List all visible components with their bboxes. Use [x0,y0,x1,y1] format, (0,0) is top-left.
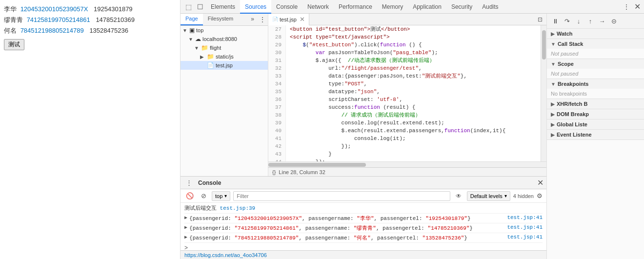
pause-resume-button[interactable]: ⏸ [550,16,561,26]
clear-console-icon[interactable]: 🚫 [184,191,195,201]
debugger-breakpoints-header[interactable]: ▼ Breakpoints [547,79,644,89]
console-filter-icon[interactable]: ⊘ [198,191,209,201]
code-line-35: 35 datatype:"json", [268,88,541,96]
expand-icon[interactable]: ▶ [184,215,187,220]
passenger-id-3: 784512198805214789 [20,27,84,34]
console-link-2[interactable]: test.jsp:41 [507,215,543,220]
cursor-icon: {} [272,169,276,175]
tab-security[interactable]: Security [446,0,477,14]
test-button[interactable]: 测试 [4,39,24,50]
console-object-3: {passengerid: "784512198805214789", pass… [189,234,507,241]
passenger-row: 何名 784512198805214789 13528475236 [4,25,176,36]
tree-item-localhost[interactable]: ▼ ☁ localhost:8080 [181,35,268,43]
expand-icon[interactable]: ▶ [184,224,187,230]
step-out-button[interactable]: ↑ [585,16,596,26]
editor-tab-test-jsp[interactable]: 📄 test.jsp ✕ [268,14,309,25]
debugger-panel: ⏸ ↷ ↓ ↑ → ⊝ ▶ Watch ▼ Call Stack [546,14,644,259]
console-eye-icon[interactable]: 👁 [453,191,464,201]
debugger-callstack-section: ▼ Call Stack Not paused [547,39,644,59]
horizontal-scrollbar[interactable] [268,161,546,167]
expand-icon[interactable]: ▶ [184,234,187,240]
close-console-icon[interactable]: ✕ [537,179,543,187]
left-panel: 李华 120453200105239057X 19254301879 缪青青 7… [0,0,181,259]
vertical-scrollbar[interactable] [541,25,546,161]
tree-item-top[interactable]: ▼ ▣ top [181,26,268,35]
chevron-down-icon: ▾ [224,193,227,199]
tab-network[interactable]: Network [302,0,334,14]
tab-application[interactable]: Application [408,0,446,14]
device-icon[interactable]: ☐ [194,1,206,13]
console-title: Console [198,179,221,186]
chevron-down-icon: ▼ [551,81,556,87]
tab-filesystem[interactable]: Filesystem [203,14,239,25]
debugger-callstack-header[interactable]: ▼ Call Stack [547,39,644,49]
passenger-name-1: 李华 [4,5,17,13]
tree-item-static-js[interactable]: ▶ 📁 static/js [181,52,268,61]
tab-sources[interactable]: Sources [240,0,271,14]
code-line-29: 29 $("#test_button").click(function () { [268,41,541,49]
more-tabs-icon[interactable]: ⋮ [621,1,632,13]
console-settings-icon[interactable]: ⚙ [537,192,543,199]
code-scroll-inner[interactable]: 27 <button id="test_button">测试</button> … [268,25,541,161]
passenger-list: 李华 120453200105239057X 19254301879 缪青青 7… [4,4,176,36]
debugger-dom-label: DOM Breakp [557,111,589,117]
more-tabs-icon[interactable]: » [248,14,257,25]
console-context-select[interactable]: top ▾ [212,191,230,201]
tree-item-test-jsp[interactable]: ▶ 📄 test.jsp [181,61,268,70]
console-body[interactable]: 测试后端交互 test.jsp:39 ▶ {passengerid: "1204… [181,203,546,250]
code-area[interactable]: 27 <button id="test_button">测试</button> … [268,25,541,161]
tab-audits[interactable]: Audits [477,0,503,14]
inspect-icon[interactable]: ⬚ [182,1,194,13]
debugger-scope-content: Not paused [547,69,644,79]
statusbar-position: Line 28, Column 32 [279,169,325,175]
debugger-watch-label: Watch [557,31,573,37]
console-toolbar: 🚫 ⊘ top ▾ 👁 Default levels ▾ 4 hidden ⚙ [181,189,546,203]
step-button[interactable]: → [597,16,607,26]
console-filter-input[interactable] [233,191,450,201]
step-over-button[interactable]: ↷ [562,16,572,26]
code-line-31: 31 $.ajax({ //动态请求数据（测试前端传后端） [268,57,541,64]
tab-memory[interactable]: Memory [377,0,408,14]
debugger-xhr-header[interactable]: ▶ XHR/fetch B [547,99,644,109]
console-hidden-count: 4 hidden [513,193,534,199]
sources-panel: Page Filesystem » ⋮ ▼ ▣ top ▼ ☁ local [181,14,546,259]
debugger-dom-header[interactable]: ▶ DOM Breakp [547,109,644,119]
tree-label: flight [210,45,221,51]
file-tree-menu-icon[interactable]: ⋮ [257,14,268,25]
devtools-panel: ⬚ ☐ Elements Sources Console Network Per… [181,0,644,259]
tab-console[interactable]: Console [271,0,302,14]
passenger-name-3: 何名 [4,27,17,34]
chevron-down-icon: ▼ [551,61,556,67]
debugger-event-header[interactable]: ▶ Event Listene [547,130,644,139]
passenger-row: 李华 120453200105239057X 19254301879 [4,4,176,15]
tree-arrow: ▼ [194,45,201,51]
file-icon: 📄 [207,62,214,69]
close-devtools-icon[interactable]: ✕ [632,2,642,12]
chevron-right-icon: ▶ [551,101,555,107]
tree-arrow: ▼ [182,28,189,33]
close-tab-icon[interactable]: ✕ [300,16,305,23]
console-panel: ⋮ Console ✕ 🚫 ⊘ top ▾ 👁 Default levels [181,176,546,259]
console-link-3[interactable]: test.jsp:41 [507,224,543,230]
tab-performance[interactable]: Performance [334,0,377,14]
step-into-button[interactable]: ↓ [573,16,584,26]
debugger-global-header[interactable]: ▶ Global Liste [547,120,644,129]
tree-label: localhost:8080 [202,36,237,42]
debugger-global-label: Global Liste [557,121,587,127]
debugger-scope-header[interactable]: ▼ Scope [547,59,644,69]
add-tab-icon[interactable]: ⊡ [534,16,546,23]
tab-page[interactable]: Page [181,14,203,25]
debugger-watch-header[interactable]: ▶ Watch [547,29,644,39]
console-menu-icon[interactable]: ⋮ [183,178,194,188]
debugger-global-section: ▶ Global Liste [547,120,644,130]
console-link-4[interactable]: test.jsp:41 [507,234,543,240]
folder-icon: 📁 [207,53,214,60]
tree-label: test.jsp [216,62,233,68]
code-line-36: 36 scriptCharset: 'utf-8', [268,96,541,103]
console-link-1[interactable]: test.jsp:39 [220,205,256,211]
tree-item-flight[interactable]: ▼ 📁 flight [181,43,268,52]
console-levels-select[interactable]: Default levels ▾ [467,191,510,201]
tab-elements[interactable]: Elements [206,0,240,14]
deactivate-breakpoints-icon[interactable]: ⊝ [608,16,619,26]
console-object-1: {passengerid: "120453200105239057X", pas… [189,215,507,222]
